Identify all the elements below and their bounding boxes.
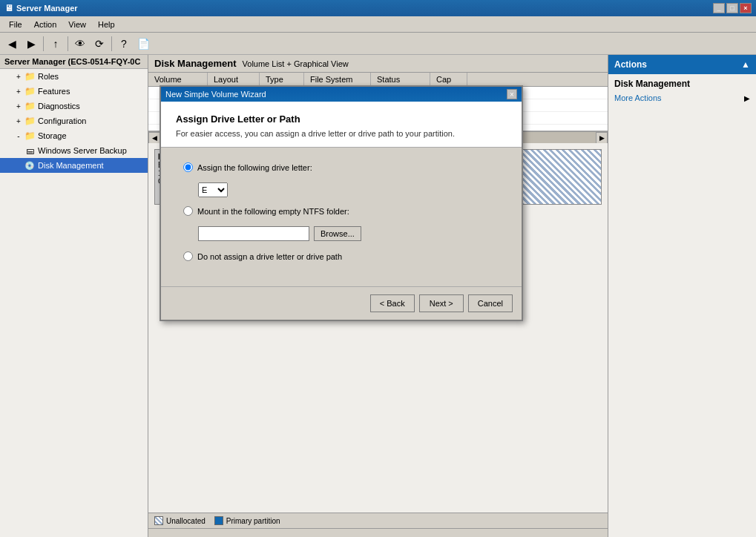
drive-letter-select[interactable]: E F G H — [198, 182, 228, 197]
title-bar-text: Server Manager — [16, 4, 78, 13]
more-actions-row: More Actions ▶ — [614, 92, 750, 104]
sidebar-item-wsb[interactable]: 🖴 Windows Server Backup — [0, 143, 148, 158]
menu-file[interactable]: File — [3, 19, 28, 30]
scroll-right-arrow[interactable]: ▶ — [596, 132, 608, 144]
configuration-icon: 📁 — [24, 115, 36, 127]
dm-header: Disk Management Volume List + Graphical … — [148, 55, 608, 73]
next-button[interactable]: Next > — [419, 294, 464, 312]
sidebar-label-diagnostics: Diagnostics — [38, 102, 80, 111]
wizard-close-button[interactable]: × — [507, 89, 517, 99]
close-button[interactable]: × — [740, 3, 752, 13]
sidebar-label-configuration: Configuration — [38, 116, 86, 125]
radio-assign-letter[interactable] — [183, 162, 193, 172]
legend-primary-icon — [214, 516, 223, 525]
sidebar-item-diagnostics[interactable]: + 📁 Diagnostics — [0, 99, 148, 113]
dm-title: Disk Management — [154, 58, 237, 69]
drive-select-row: E F G H — [198, 182, 499, 197]
diagnostics-icon: 📁 — [24, 100, 36, 112]
menu-action[interactable]: Action — [28, 19, 63, 30]
radio-no-letter[interactable] — [183, 251, 193, 261]
wsb-icon: 🖴 — [24, 145, 36, 157]
scroll-left-arrow[interactable]: ◀ — [148, 132, 160, 144]
roles-icon: 📁 — [24, 70, 36, 82]
toolbar: ◀ ▶ ↑ 👁 ⟳ ? 📄 — [0, 33, 756, 55]
wizard-step-desc: For easier access, you can assign a driv… — [176, 129, 507, 138]
folder-input-row: Browse... — [198, 226, 499, 241]
more-actions-link[interactable]: More Actions — [614, 92, 662, 104]
title-bar-controls: _ □ × — [713, 3, 752, 13]
menu-view[interactable]: View — [62, 19, 92, 30]
minimize-button[interactable]: _ — [713, 3, 725, 13]
forward-button[interactable]: ▶ — [22, 35, 40, 53]
more-actions-arrow: ▶ — [744, 94, 750, 102]
left-panel: Server Manager (ECS-0514-FQY-0C + 📁 Role… — [0, 55, 148, 537]
expand-diagnostics[interactable]: + — [13, 101, 24, 111]
wizard-step-title: Assign Drive Letter or Path — [176, 113, 507, 125]
back-button[interactable]: ◀ — [3, 35, 21, 53]
left-panel-header: Server Manager (ECS-0514-FQY-0C — [0, 55, 148, 69]
col-layout[interactable]: Layout — [208, 73, 260, 86]
maximize-button[interactable]: □ — [726, 3, 738, 13]
sidebar-item-storage[interactable]: - 📁 Storage — [0, 128, 148, 143]
toolbar-separator2 — [68, 36, 68, 51]
dm-subtitle: Volume List + Graphical View — [243, 59, 349, 68]
toolbar-separator — [43, 36, 44, 51]
toolbar-separator3 — [111, 36, 112, 51]
legend-bar: Unallocated Primary partition — [148, 513, 608, 528]
legend-unallocated-icon — [154, 516, 163, 525]
actions-collapse-icon[interactable]: ▲ — [741, 59, 750, 70]
legend-unallocated: Unallocated — [154, 516, 206, 525]
legend-primary-label: Primary partition — [226, 517, 280, 525]
up-button[interactable]: ↑ — [47, 35, 65, 53]
features-icon: 📁 — [24, 85, 36, 97]
actions-section: Disk Management More Actions ▶ — [608, 74, 756, 108]
export-button[interactable]: 📄 — [134, 35, 152, 53]
back-button[interactable]: < Back — [370, 294, 415, 312]
sidebar-item-configuration[interactable]: + 📁 Configuration — [0, 113, 148, 128]
folder-path-input[interactable] — [198, 226, 309, 241]
actions-title: Actions — [614, 59, 647, 70]
sidebar-label-storage: Storage — [38, 131, 67, 140]
col-volume[interactable]: Volume — [148, 73, 208, 86]
wizard-top: Assign Drive Letter or Path For easier a… — [161, 102, 522, 148]
show-hide-button[interactable]: 👁 — [71, 35, 89, 53]
col-type[interactable]: Type — [260, 73, 304, 86]
sidebar-item-features[interactable]: + 📁 Features — [0, 84, 148, 99]
actions-dm-label: Disk Management — [614, 79, 750, 89]
label-mount-folder[interactable]: Mount in the following empty NTFS folder… — [197, 207, 349, 216]
menu-help[interactable]: Help — [92, 19, 121, 30]
sidebar-item-diskmgmt[interactable]: 💿 Disk Management — [0, 158, 148, 173]
sidebar-label-diskmgmt: Disk Management — [38, 161, 104, 170]
diskmgmt-icon: 💿 — [24, 159, 36, 171]
wizard-title-text: New Simple Volume Wizard — [165, 90, 266, 99]
actions-header: Actions ▲ — [608, 55, 756, 74]
option-mount-folder-row: Mount in the following empty NTFS folder… — [183, 206, 499, 216]
sidebar-label-features: Features — [38, 87, 70, 96]
legend-primary: Primary partition — [214, 516, 280, 525]
col-filesystem[interactable]: File System — [304, 73, 371, 86]
expand-features[interactable]: + — [13, 86, 24, 96]
refresh-button[interactable]: ⟳ — [91, 35, 108, 53]
sidebar-item-roles[interactable]: + 📁 Roles — [0, 69, 148, 84]
cancel-button[interactable]: Cancel — [468, 294, 513, 312]
browse-button[interactable]: Browse... — [314, 226, 361, 241]
wizard-body: Assign the following drive letter: E F G… — [161, 148, 522, 286]
expand-configuration[interactable]: + — [13, 116, 24, 126]
expand-roles[interactable]: + — [13, 71, 24, 82]
label-assign-letter[interactable]: Assign the following drive letter: — [197, 163, 312, 172]
status-bar — [148, 528, 608, 537]
app-icon: 🖥 — [4, 3, 13, 13]
label-no-letter[interactable]: Do not assign a drive letter or drive pa… — [197, 252, 342, 261]
option-assign-letter-row: Assign the following drive letter: — [183, 162, 499, 172]
title-bar: 🖥 Server Manager _ □ × — [0, 0, 756, 16]
col-cap[interactable]: Cap — [430, 73, 467, 86]
option-no-letter-row: Do not assign a drive letter or drive pa… — [183, 251, 499, 261]
legend-unallocated-label: Unallocated — [166, 517, 206, 525]
expand-storage[interactable]: - — [13, 131, 24, 141]
col-status[interactable]: Status — [371, 73, 430, 86]
sidebar-label-roles: Roles — [38, 72, 59, 81]
wizard-title-bar: New Simple Volume Wizard × — [161, 87, 522, 102]
storage-icon: 📁 — [24, 130, 36, 142]
help-button[interactable]: ? — [115, 35, 133, 53]
radio-mount-folder[interactable] — [183, 206, 193, 216]
